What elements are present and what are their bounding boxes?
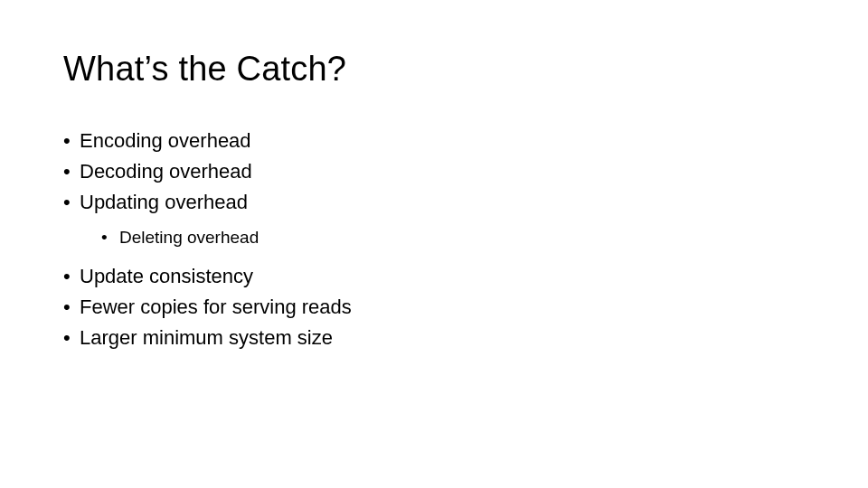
bullet-list: Encoding overhead Decoding overhead Upda… bbox=[63, 127, 805, 352]
list-item-label: Updating overhead bbox=[80, 191, 248, 213]
list-item: Deleting overhead bbox=[101, 226, 805, 250]
list-item: Larger minimum system size bbox=[63, 324, 805, 352]
list-item: Fewer copies for serving reads bbox=[63, 293, 805, 322]
list-item: Update consistency bbox=[63, 262, 805, 291]
list-item: Decoding overhead bbox=[63, 157, 805, 186]
slide: What’s the Catch? Encoding overhead Deco… bbox=[0, 0, 868, 488]
list-item: Encoding overhead bbox=[63, 127, 805, 155]
slide-title: What’s the Catch? bbox=[63, 50, 805, 89]
list-item: Updating overhead Deleting overhead bbox=[63, 188, 805, 249]
sub-bullet-list: Deleting overhead bbox=[80, 226, 805, 250]
